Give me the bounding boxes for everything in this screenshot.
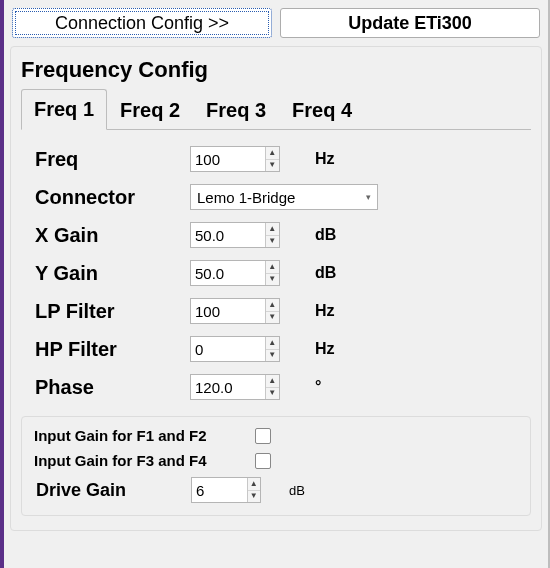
phase-spin-arrows[interactable]: ▲ ▼ bbox=[265, 375, 279, 399]
xgain-spinbox[interactable]: ▲ ▼ bbox=[190, 222, 280, 248]
connector-select[interactable]: Lemo 1-Bridge ▾ bbox=[190, 184, 378, 210]
hp-input[interactable] bbox=[191, 337, 265, 361]
spin-up-icon[interactable]: ▲ bbox=[266, 261, 279, 274]
lp-label: LP Filter bbox=[35, 300, 190, 323]
drive-gain-input[interactable] bbox=[192, 478, 247, 502]
input-gain-f34-checkbox[interactable] bbox=[255, 453, 271, 469]
spin-up-icon[interactable]: ▲ bbox=[266, 223, 279, 236]
drive-gain-unit: dB bbox=[289, 483, 329, 498]
spin-down-icon[interactable]: ▼ bbox=[248, 491, 260, 503]
input-gain-f34-label: Input Gain for F3 and F4 bbox=[34, 452, 207, 469]
freq-spinbox[interactable]: ▲ ▼ bbox=[190, 146, 280, 172]
frequency-config-group: Frequency Config Freq 1 Freq 2 Freq 3 Fr… bbox=[10, 46, 542, 531]
config-window: Connection Config >> Update ETi300 Frequ… bbox=[0, 0, 550, 568]
input-gain-f34-row: Input Gain for F3 and F4 bbox=[34, 452, 518, 469]
input-gain-f12-label: Input Gain for F1 and F2 bbox=[34, 427, 207, 444]
chevron-down-icon: ▾ bbox=[366, 192, 371, 202]
spin-down-icon[interactable]: ▼ bbox=[266, 312, 279, 324]
ygain-label: Y Gain bbox=[35, 262, 190, 285]
spin-down-icon[interactable]: ▼ bbox=[266, 236, 279, 248]
freq-input[interactable] bbox=[191, 147, 265, 171]
spin-up-icon[interactable]: ▲ bbox=[266, 337, 279, 350]
connection-config-button[interactable]: Connection Config >> bbox=[12, 8, 272, 38]
tab-freq-4[interactable]: Freq 4 bbox=[279, 90, 365, 130]
hp-unit: Hz bbox=[313, 340, 353, 358]
freq-form: Freq ▲ ▼ Hz Connector Lemo 1-Bridge ▾ X … bbox=[35, 146, 531, 400]
freq-label: Freq bbox=[35, 148, 190, 171]
phase-input[interactable] bbox=[191, 375, 265, 399]
phase-spinbox[interactable]: ▲ ▼ bbox=[190, 374, 280, 400]
spin-down-icon[interactable]: ▼ bbox=[266, 274, 279, 286]
xgain-input[interactable] bbox=[191, 223, 265, 247]
ygain-unit: dB bbox=[313, 264, 353, 282]
freq-tab-bar: Freq 1 Freq 2 Freq 3 Freq 4 bbox=[21, 89, 531, 130]
spin-up-icon[interactable]: ▲ bbox=[266, 147, 279, 160]
spin-down-icon[interactable]: ▼ bbox=[266, 388, 279, 400]
lp-input[interactable] bbox=[191, 299, 265, 323]
spin-up-icon[interactable]: ▲ bbox=[266, 299, 279, 312]
connector-value: Lemo 1-Bridge bbox=[197, 189, 295, 206]
update-eti300-button[interactable]: Update ETi300 bbox=[280, 8, 540, 38]
tab-freq-1[interactable]: Freq 1 bbox=[21, 89, 107, 130]
input-gain-f12-checkbox[interactable] bbox=[255, 428, 271, 444]
drive-gain-group: Input Gain for F1 and F2 Input Gain for … bbox=[21, 416, 531, 516]
group-title: Frequency Config bbox=[21, 57, 531, 83]
ygain-spin-arrows[interactable]: ▲ ▼ bbox=[265, 261, 279, 285]
spin-up-icon[interactable]: ▲ bbox=[248, 478, 260, 491]
xgain-unit: dB bbox=[313, 226, 353, 244]
xgain-spin-arrows[interactable]: ▲ ▼ bbox=[265, 223, 279, 247]
drive-gain-row: Drive Gain ▲ ▼ dB bbox=[36, 477, 518, 503]
spin-down-icon[interactable]: ▼ bbox=[266, 160, 279, 172]
drive-gain-spin-arrows[interactable]: ▲ ▼ bbox=[247, 478, 260, 502]
lp-spin-arrows[interactable]: ▲ ▼ bbox=[265, 299, 279, 323]
freq-unit: Hz bbox=[313, 150, 353, 168]
phase-label: Phase bbox=[35, 376, 190, 399]
tab-freq-3[interactable]: Freq 3 bbox=[193, 90, 279, 130]
phase-unit: ° bbox=[313, 378, 353, 396]
lp-spinbox[interactable]: ▲ ▼ bbox=[190, 298, 280, 324]
xgain-label: X Gain bbox=[35, 224, 190, 247]
drive-gain-label: Drive Gain bbox=[36, 480, 191, 501]
spin-up-icon[interactable]: ▲ bbox=[266, 375, 279, 388]
input-gain-f12-row: Input Gain for F1 and F2 bbox=[34, 427, 518, 444]
hp-spin-arrows[interactable]: ▲ ▼ bbox=[265, 337, 279, 361]
spin-down-icon[interactable]: ▼ bbox=[266, 350, 279, 362]
connector-label: Connector bbox=[35, 186, 190, 209]
lp-unit: Hz bbox=[313, 302, 353, 320]
top-button-row: Connection Config >> Update ETi300 bbox=[10, 6, 542, 44]
ygain-spinbox[interactable]: ▲ ▼ bbox=[190, 260, 280, 286]
hp-label: HP Filter bbox=[35, 338, 190, 361]
ygain-input[interactable] bbox=[191, 261, 265, 285]
freq-spin-arrows[interactable]: ▲ ▼ bbox=[265, 147, 279, 171]
tab-freq-2[interactable]: Freq 2 bbox=[107, 90, 193, 130]
hp-spinbox[interactable]: ▲ ▼ bbox=[190, 336, 280, 362]
drive-gain-spinbox[interactable]: ▲ ▼ bbox=[191, 477, 261, 503]
